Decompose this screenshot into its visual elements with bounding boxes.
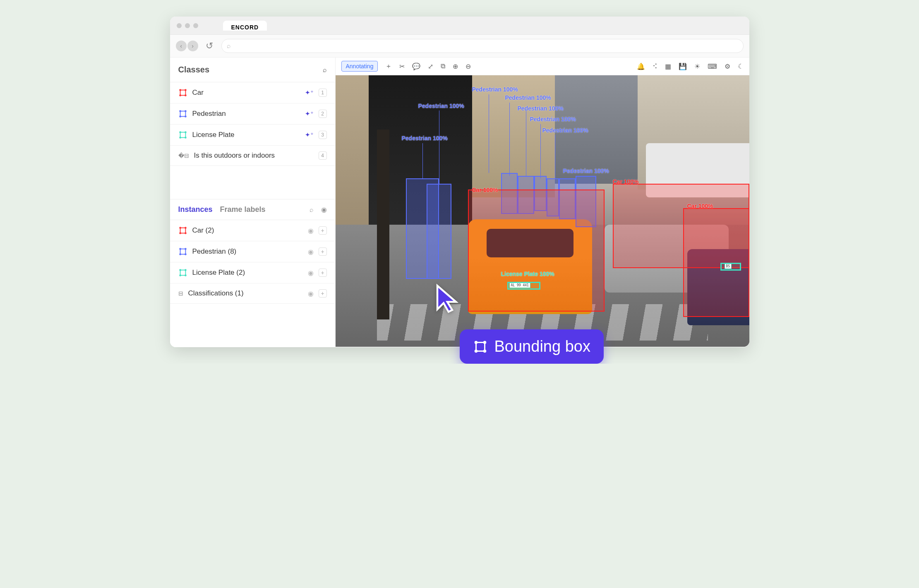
annotation-label: Pedestrian 100% [505,94,551,101]
annotation-label: Pedestrian 100% [542,127,588,134]
search-icon[interactable]: ⌕ [310,206,314,214]
class-car[interactable]: Car ✦⁺ 1 [170,82,335,103]
instance-car[interactable]: Car (2) ◉ + [170,220,335,241]
eye-icon[interactable]: ◉ [308,227,314,235]
tab-instances[interactable]: Instances [178,205,213,214]
moon-icon[interactable]: ☾ [738,62,744,70]
tool-icons-left: ＋ ✂ 💬 ⤢ ⧉ ⊕ ⊖ [385,62,471,71]
refresh-icon[interactable]: ↺ [206,41,213,51]
titlebar: ENCORD [170,17,749,35]
instance-label: Car (2) [192,226,303,235]
svg-point-19 [185,232,187,234]
main-content: Classes ⌕ Car ✦⁺ 1 Pedestrian ✦⁺ 2 [170,58,749,347]
zoom-in-icon[interactable]: ⊕ [453,62,458,70]
share-icon[interactable]: ⠪ [653,62,657,70]
svg-point-32 [483,341,486,344]
annotation-pedestrian[interactable] [427,184,451,279]
nav-forward-button[interactable]: › [187,41,198,51]
add-button[interactable]: + [319,269,327,277]
search-icon[interactable]: ⌕ [323,66,327,74]
keyboard-icon[interactable]: ⌨ [708,62,717,70]
svg-point-28 [179,274,181,276]
sidebar: Classes ⌕ Car ✦⁺ 1 Pedestrian ✦⁺ 2 [170,58,336,347]
comment-icon[interactable]: 💬 [412,62,420,70]
class-label: License Plate [192,131,300,139]
svg-point-29 [185,274,187,276]
svg-point-3 [179,94,181,96]
class-label: Pedestrian [192,110,300,118]
svg-rect-0 [180,90,185,96]
magic-wand-icon[interactable]: ✦⁺ [305,110,314,118]
instance-pedestrian[interactable]: Pedestrian (8) ◉ + [170,241,335,262]
zoom-out-icon[interactable]: ⊖ [465,62,471,70]
close-dot[interactable] [177,23,182,28]
minimize-dot[interactable] [185,23,190,28]
eye-icon[interactable]: ◉ [321,206,327,214]
instance-label: Pedestrian (8) [192,247,303,256]
nav-bar: ‹ › ↺ ⌕ [170,35,749,58]
eye-icon[interactable]: ◉ [308,248,314,256]
grid-icon[interactable]: ▦ [665,62,671,70]
svg-point-16 [179,227,181,229]
svg-point-31 [474,341,477,344]
cut-icon[interactable]: ✂ [399,62,405,70]
class-license-plate[interactable]: License Plate ✦⁺ 3 [170,125,335,146]
shortcut-badge: 2 [319,110,327,118]
bbox-icon [473,339,488,354]
svg-rect-10 [180,132,185,138]
classes-title: Classes [178,65,210,74]
class-label: Is this outdoors or indoors [194,151,314,160]
copy-icon[interactable]: ⧉ [441,62,445,70]
class-label: Car [192,89,300,97]
plate-text: AL 99 441 [509,283,530,288]
annotation-canvas[interactable]: AL 99 441 BS Pedestrian 100% Pedestrian … [336,75,749,347]
svg-point-12 [185,131,187,133]
instance-classifications[interactable]: ⊟ Classifications (1) ◉ + [170,283,335,304]
plate-text: BS [725,264,732,269]
annotation-car[interactable] [468,190,605,312]
tree-icon: ⊟ [178,290,183,297]
add-button[interactable]: + [319,289,327,298]
expand-icon[interactable]: ⤢ [428,62,433,70]
add-icon[interactable]: ＋ [385,62,392,71]
eye-icon[interactable]: ◉ [308,269,314,277]
maximize-dot[interactable] [193,23,198,28]
bounding-box-tooltip: Bounding box [460,329,604,364]
annotation-label: Pedestrian 100% [418,103,464,109]
shortcut-badge: 4 [319,151,327,160]
instance-license-plate[interactable]: License Plate (2) ◉ + [170,262,335,283]
annotation-label: Car 100% [613,178,639,185]
annotation-label: Pedestrian 100% [472,86,518,93]
eye-icon[interactable]: ◉ [308,290,314,298]
magic-wand-icon[interactable]: ✦⁺ [305,131,314,139]
bell-icon[interactable]: 🔔 [637,62,645,70]
add-button[interactable]: + [319,226,327,235]
svg-point-33 [474,349,477,353]
svg-point-14 [185,137,187,139]
annotation-label: Pedestrian 100% [563,168,609,174]
tab-frame-labels[interactable]: Frame labels [220,205,266,214]
svg-point-11 [179,131,181,133]
add-button[interactable]: + [319,247,327,256]
brightness-icon[interactable]: ☀ [694,62,700,70]
gear-icon[interactable]: ⚙ [725,62,730,70]
annotation-label: Pedestrian 100% [530,116,576,122]
class-classification[interactable]: �⊟ Is this outdoors or indoors 4 [170,146,335,166]
app-window: ENCORD ‹ › ↺ ⌕ Classes ⌕ Car ✦⁺ 1 [170,17,749,347]
url-search-bar[interactable]: ⌕ [221,39,744,53]
svg-point-23 [179,253,181,255]
bbox-icon [178,247,187,256]
browser-tab[interactable]: ENCORD [223,21,267,31]
svg-point-1 [179,89,181,91]
svg-point-6 [179,110,181,112]
save-icon[interactable]: 💾 [679,62,687,70]
nav-back-button[interactable]: ‹ [176,41,187,51]
svg-point-27 [185,269,187,271]
class-pedestrian[interactable]: Pedestrian ✦⁺ 2 [170,103,335,125]
svg-point-13 [179,137,181,139]
magic-wand-icon[interactable]: ✦⁺ [305,89,314,96]
bbox-icon [178,226,187,235]
canvas-toolbar: Annotating ＋ ✂ 💬 ⤢ ⧉ ⊕ ⊖ 🔔 ⠪ ▦ 💾 ☀ ⌨ [336,58,749,75]
svg-point-2 [185,89,187,91]
svg-point-9 [185,115,187,118]
